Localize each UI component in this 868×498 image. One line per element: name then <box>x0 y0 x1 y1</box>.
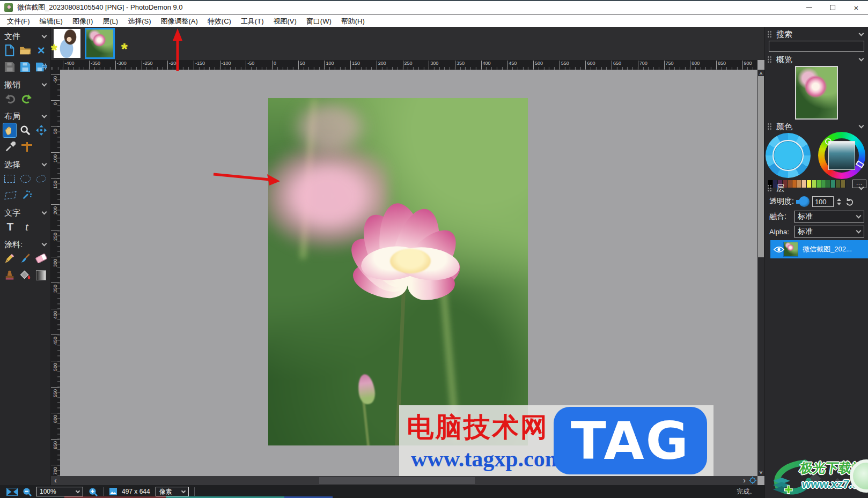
drag-grip-icon[interactable] <box>767 56 772 63</box>
toolbox-section-undo[interactable]: 撤销 <box>0 79 50 90</box>
advanced-text-tool-button[interactable]: t <box>20 220 34 234</box>
polygon-select-button[interactable] <box>3 188 17 202</box>
overview-panel-header[interactable]: 概览 <box>765 55 868 64</box>
minimize-button[interactable] <box>797 1 821 14</box>
current-color-swatch[interactable] <box>773 140 804 171</box>
close-button[interactable]: × <box>844 1 868 14</box>
hue-handle-icon[interactable] <box>856 160 865 168</box>
hue-wheel[interactable] <box>818 132 865 179</box>
color-picker-button[interactable] <box>3 140 17 154</box>
close-x-icon: × <box>38 45 45 56</box>
fill-tool-button[interactable] <box>19 268 32 282</box>
red-arrow-vertical <box>168 28 187 73</box>
move-tool-button[interactable] <box>35 123 48 137</box>
chevron-down-icon[interactable] <box>859 56 864 62</box>
pencil-tool-button[interactable] <box>3 251 16 265</box>
flower-center <box>390 249 431 273</box>
menu-item-11[interactable]: 帮助(H) <box>336 15 370 27</box>
opacity-value: 100 <box>815 198 827 206</box>
maximize-button[interactable] <box>821 1 844 14</box>
fit-canvas-icon[interactable] <box>6 488 18 496</box>
toolbox-section-select[interactable]: 选择 <box>0 159 50 170</box>
hand-tool-button[interactable] <box>3 123 16 137</box>
menu-item-1[interactable]: 文件(F) <box>2 15 35 27</box>
spin-down-icon[interactable] <box>837 203 841 205</box>
menu-item-7[interactable]: 特效(C) <box>203 15 236 27</box>
zoom-tool-button[interactable] <box>19 123 32 137</box>
spin-up-icon[interactable] <box>837 198 841 201</box>
sv-selector-icon[interactable] <box>825 138 832 145</box>
menu-item-9[interactable]: 视图(V) <box>268 15 301 27</box>
image-size-icon[interactable] <box>109 487 117 496</box>
paintbrush-tool-button[interactable] <box>19 251 32 265</box>
alpha-mode-dropdown[interactable]: 标准 <box>794 226 864 237</box>
menu-item-10[interactable]: 窗口(W) <box>301 15 336 27</box>
color-harmony-wheel[interactable] <box>766 133 811 178</box>
opacity-spinner[interactable] <box>837 198 841 205</box>
scroll-right-icon[interactable]: › <box>743 476 746 485</box>
saturation-value-box[interactable] <box>828 141 855 170</box>
vertical-scroll-thumb[interactable] <box>758 76 764 257</box>
vertical-scrollbar[interactable]: ˄ ˅ <box>757 70 764 476</box>
menu-item-4[interactable]: 层(L) <box>98 15 123 27</box>
modified-marker-1: * <box>51 41 57 59</box>
save-button[interactable] <box>3 60 16 74</box>
colors-panel-header[interactable]: 颜色 <box>765 122 868 131</box>
drag-grip-icon[interactable] <box>767 184 772 192</box>
chevron-down-icon[interactable] <box>859 185 864 190</box>
eraser-tool-button[interactable] <box>35 251 48 265</box>
image-tab-2-selected[interactable] <box>85 28 115 59</box>
redo-button[interactable] <box>20 92 34 106</box>
rect-select-button[interactable] <box>3 172 16 185</box>
horizontal-scrollbar[interactable]: ‹ › <box>51 476 757 485</box>
reset-opacity-icon[interactable] <box>845 197 854 206</box>
layers-panel-header[interactable]: 层 <box>765 183 868 193</box>
center-image-icon[interactable] <box>749 477 756 484</box>
lasso-select-button[interactable] <box>35 172 48 185</box>
overview-thumbnail[interactable] <box>795 66 838 120</box>
clone-stamp-button[interactable] <box>3 268 16 282</box>
toolbox-section-layout[interactable]: 布局 <box>0 111 50 122</box>
close-image-button[interactable]: × <box>35 43 48 57</box>
menu-item-2[interactable]: 编辑(E) <box>35 15 68 27</box>
blend-mode-dropdown[interactable]: 标准 <box>794 211 864 222</box>
measure-tool-button[interactable] <box>20 140 34 154</box>
new-image-button[interactable] <box>3 43 16 57</box>
zoom-out-icon[interactable] <box>23 487 32 496</box>
layer-visibility-eye-icon[interactable] <box>774 246 784 253</box>
undo-arrow-icon <box>4 94 16 103</box>
search-input[interactable] <box>769 41 864 52</box>
menu-item-8[interactable]: 工具(T) <box>236 15 269 27</box>
opacity-input[interactable]: 100 <box>812 196 834 207</box>
gradient-tool-button[interactable] <box>35 268 48 282</box>
text-tool-button[interactable]: T <box>3 220 17 234</box>
toolbox-section-file[interactable]: 文件 <box>0 31 50 42</box>
menu-item-6[interactable]: 图像调整(A) <box>156 15 202 27</box>
drag-grip-icon[interactable] <box>767 123 772 130</box>
drag-grip-icon[interactable] <box>767 31 772 38</box>
unit-dropdown[interactable]: 像素 <box>156 487 189 496</box>
toolbox-section-paint[interactable]: 涂料: <box>0 239 50 250</box>
zoom-level-dropdown[interactable]: 100% <box>36 487 83 496</box>
save-as-button[interactable] <box>19 60 32 74</box>
image-tab-1[interactable] <box>54 29 80 58</box>
undo-button[interactable] <box>3 92 17 106</box>
scroll-left-icon[interactable]: ‹ <box>54 476 57 485</box>
ellipse-select-button[interactable] <box>19 172 32 185</box>
zoom-in-icon[interactable] <box>89 487 98 496</box>
menu-item-3[interactable]: 图像(I) <box>68 15 98 27</box>
magic-wand-button[interactable] <box>20 188 34 202</box>
menu-item-5[interactable]: 选择(S) <box>123 15 156 27</box>
open-image-button[interactable] <box>19 43 32 57</box>
chevron-down-icon[interactable] <box>859 31 864 36</box>
toolbox-section-text[interactable]: 文字 <box>0 207 50 218</box>
lotus-thumbnail <box>784 242 798 256</box>
layer-row-selected[interactable]: 微信截图_202... <box>770 240 868 258</box>
canvas-area[interactable]: 电脑技术网 www.tagxp.com TAG <box>60 70 757 476</box>
chevron-down-icon[interactable] <box>859 123 864 129</box>
hruler-label: -100 <box>220 61 231 69</box>
horizontal-scroll-thumb[interactable] <box>319 477 475 484</box>
search-panel-header[interactable]: 搜索 <box>765 29 868 39</box>
export-button[interactable] <box>35 60 48 74</box>
opacity-slider[interactable] <box>796 196 810 207</box>
